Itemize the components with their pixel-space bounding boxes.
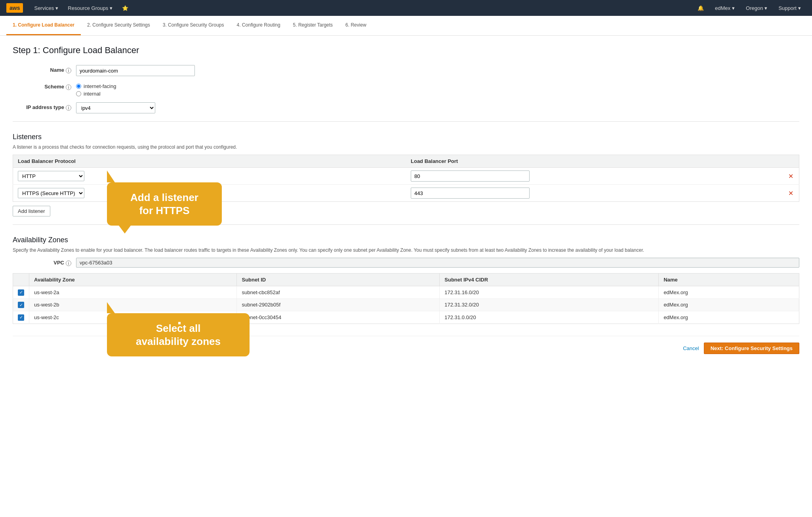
listener-port-input-0[interactable]	[411, 170, 530, 182]
az-name-0: us-west-2a	[29, 286, 237, 299]
az-subnet-0: subnet-cbc852af	[237, 286, 440, 299]
https-tooltip-bubble: Add a listenerfor HTTPS	[107, 182, 222, 226]
chevron-down-icon: ▾	[110, 5, 112, 11]
az-name-val-1: edMex.org	[659, 299, 799, 311]
az-table-row: ✓ us-west-2a subnet-cbc852af 172.31.16.0…	[13, 286, 799, 299]
listeners-description: A listener is a process that checks for …	[13, 144, 799, 150]
services-menu[interactable]: Services ▾	[29, 0, 63, 16]
step-4-tab[interactable]: 4. Configure Routing	[231, 16, 287, 35]
vpc-info-icon[interactable]: i	[66, 260, 71, 266]
divider-1	[13, 121, 799, 122]
ip-type-field-group: IP address type i ipv4 dualstack	[13, 102, 799, 113]
chevron-down-icon: ▾	[732, 5, 735, 11]
ip-type-select[interactable]: ipv4 dualstack	[76, 102, 155, 113]
az-bubble-arrow-top	[107, 302, 115, 313]
az-cidr-1: 172.31.32.0/20	[440, 299, 659, 311]
listener-protocol-select-1[interactable]: HTTP HTTPS (Secure HTTP) TCP SSL (Secure…	[18, 188, 84, 198]
protocol-header: Load Balancer Protocol	[13, 155, 406, 168]
name-input[interactable]	[76, 65, 195, 76]
favorites-icon[interactable]: ⭐	[117, 0, 133, 16]
az-subnet-1: subnet-2902b05f	[237, 299, 440, 311]
availability-zones-title: Availability Zones	[13, 236, 799, 244]
region-menu[interactable]: Oregon ▾	[741, 0, 772, 16]
az-subnet-2: subnet-0cc30454	[237, 311, 440, 324]
name-header: Name	[659, 274, 799, 286]
chevron-down-icon: ▾	[55, 5, 58, 11]
chevron-down-icon: ▾	[798, 5, 801, 11]
scheme-info-icon[interactable]: i	[66, 84, 71, 90]
availability-zones-description: Specify the Availability Zones to enable…	[13, 247, 799, 253]
next-button[interactable]: Next: Configure Security Settings	[704, 343, 799, 354]
top-navigation: aws Services ▾ Resource Groups ▾ ⭐ 🔔 edM…	[0, 0, 812, 16]
subnet-header: Subnet ID	[237, 274, 440, 286]
az-tooltip-bubble: Select allavailability zones	[107, 313, 250, 356]
scheme-field-group: Scheme i internet-facing internal	[13, 82, 799, 97]
step-3-tab[interactable]: 3. Configure Security Groups	[156, 16, 231, 35]
remove-listener-button-1[interactable]: ✕	[788, 190, 793, 197]
az-cidr-2: 172.31.0.0/20	[440, 311, 659, 324]
port-header: Load Balancer Port	[406, 155, 783, 168]
step-2-tab[interactable]: 2. Configure Security Settings	[81, 16, 156, 35]
az-checkbox-0[interactable]: ✓	[18, 289, 24, 296]
step-1-tab[interactable]: 1. Configure Load Balancer	[6, 16, 81, 35]
az-table-row: ✓ us-west-2b subnet-2902b05f 172.31.32.0…	[13, 299, 799, 311]
vpc-field-group: VPC i vpc-67563a03	[13, 258, 799, 268]
notifications-bell[interactable]: 🔔	[693, 0, 709, 16]
resource-groups-menu[interactable]: Resource Groups ▾	[63, 0, 117, 16]
cidr-header: Subnet IPv4 CIDR	[440, 274, 659, 286]
scheme-internal-radio[interactable]	[76, 91, 81, 96]
listener-port-input-1[interactable]	[411, 188, 530, 199]
scheme-internet-facing-radio[interactable]	[76, 84, 81, 89]
az-checkbox-2[interactable]: ✓	[18, 314, 24, 321]
support-menu[interactable]: Support ▾	[774, 0, 806, 16]
az-name-val-2: edMex.org	[659, 311, 799, 324]
name-field-group: Name i	[13, 65, 799, 76]
ip-type-info-icon[interactable]: i	[66, 105, 71, 111]
az-cidr-0: 172.31.16.0/20	[440, 286, 659, 299]
scheme-internal-option[interactable]: internal	[76, 91, 799, 97]
main-content: Step 1: Configure Load Balancer Name i S…	[0, 36, 812, 517]
az-name-1: us-west-2b	[29, 299, 237, 311]
https-bubble-arrow-top	[107, 170, 115, 182]
cancel-button[interactable]: Cancel	[683, 345, 699, 351]
chevron-down-icon: ▾	[764, 5, 767, 11]
aws-logo: aws	[6, 3, 23, 13]
scheme-internet-facing-option[interactable]: internet-facing	[76, 83, 799, 89]
step-6-tab[interactable]: 6. Review	[339, 16, 373, 35]
remove-listener-button-0[interactable]: ✕	[788, 172, 793, 180]
az-name-val-0: edMex.org	[659, 286, 799, 299]
listeners-title: Listeners	[13, 133, 799, 141]
az-header: Availability Zone	[29, 274, 237, 286]
listener-protocol-select-0[interactable]: HTTP HTTPS (Secure HTTP) TCP SSL (Secure…	[18, 171, 84, 181]
step-5-tab[interactable]: 5. Register Targets	[287, 16, 339, 35]
add-listener-button[interactable]: Add listener	[13, 206, 50, 216]
az-checkbox-1[interactable]: ✓	[18, 302, 24, 308]
name-info-icon[interactable]: i	[66, 68, 71, 73]
user-menu[interactable]: edMex ▾	[710, 0, 740, 16]
step-navigation: 1. Configure Load Balancer 2. Configure …	[0, 16, 812, 36]
vpc-value: vpc-67563a03	[76, 258, 799, 268]
page-title: Step 1: Configure Load Balancer	[13, 45, 799, 56]
